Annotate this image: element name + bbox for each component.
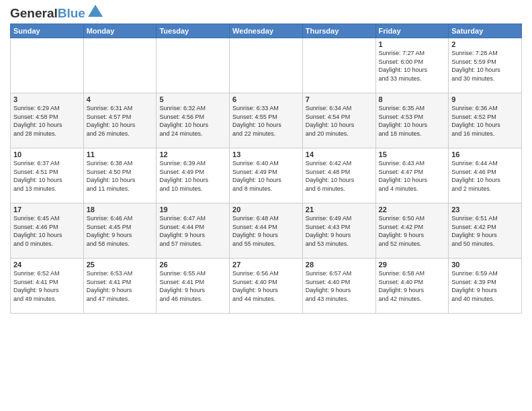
day-cell: 22Sunrise: 6:50 AM Sunset: 4:42 PM Dayli…	[375, 203, 449, 259]
day-cell: 8Sunrise: 6:35 AM Sunset: 4:53 PM Daylig…	[375, 93, 449, 148]
day-info: Sunrise: 6:47 AM Sunset: 4:44 PM Dayligh…	[159, 214, 226, 248]
day-info: Sunrise: 6:52 AM Sunset: 4:41 PM Dayligh…	[13, 269, 81, 303]
logo-icon	[88, 5, 103, 17]
day-number: 27	[232, 261, 300, 269]
day-info: Sunrise: 6:57 AM Sunset: 4:40 PM Dayligh…	[306, 269, 373, 303]
day-number: 14	[306, 150, 373, 158]
day-info: Sunrise: 6:38 AM Sunset: 4:50 PM Dayligh…	[87, 159, 154, 193]
day-number: 6	[232, 95, 300, 103]
day-number: 17	[13, 205, 81, 214]
day-cell: 25Sunrise: 6:53 AM Sunset: 4:41 PM Dayli…	[83, 259, 157, 314]
weekday-header-thursday: Thursday	[302, 24, 375, 38]
day-number: 3	[13, 95, 81, 103]
svg-marker-0	[88, 5, 103, 17]
day-cell: 20Sunrise: 6:48 AM Sunset: 4:44 PM Dayli…	[230, 203, 303, 259]
day-cell: 29Sunrise: 6:58 AM Sunset: 4:40 PM Dayli…	[375, 259, 449, 314]
day-number: 10	[13, 150, 81, 158]
day-cell: 30Sunrise: 6:59 AM Sunset: 4:39 PM Dayli…	[449, 259, 522, 314]
day-cell	[157, 38, 230, 93]
page: GeneralBlue SundayMondayTuesdayWednesday…	[0, 0, 532, 411]
day-cell: 23Sunrise: 6:51 AM Sunset: 4:42 PM Dayli…	[449, 203, 522, 259]
day-cell: 7Sunrise: 6:34 AM Sunset: 4:54 PM Daylig…	[302, 93, 375, 148]
day-number: 19	[159, 205, 226, 214]
day-cell: 6Sunrise: 6:33 AM Sunset: 4:55 PM Daylig…	[230, 93, 303, 148]
day-cell: 3Sunrise: 6:29 AM Sunset: 4:58 PM Daylig…	[11, 93, 84, 148]
day-number: 16	[451, 150, 519, 158]
day-cell: 11Sunrise: 6:38 AM Sunset: 4:50 PM Dayli…	[83, 148, 157, 203]
day-info: Sunrise: 6:34 AM Sunset: 4:54 PM Dayligh…	[306, 104, 373, 138]
week-row-4: 17Sunrise: 6:45 AM Sunset: 4:46 PM Dayli…	[11, 203, 522, 259]
day-cell	[11, 38, 84, 93]
day-cell: 14Sunrise: 6:42 AM Sunset: 4:48 PM Dayli…	[302, 148, 375, 203]
logo-general: General	[10, 6, 58, 20]
day-number: 12	[159, 150, 226, 158]
day-cell: 12Sunrise: 6:39 AM Sunset: 4:49 PM Dayli…	[157, 148, 230, 203]
day-info: Sunrise: 6:31 AM Sunset: 4:57 PM Dayligh…	[87, 104, 154, 138]
day-number: 5	[159, 95, 226, 103]
day-cell: 15Sunrise: 6:43 AM Sunset: 4:47 PM Dayli…	[375, 148, 449, 203]
day-number: 15	[379, 150, 446, 158]
week-row-3: 10Sunrise: 6:37 AM Sunset: 4:51 PM Dayli…	[11, 148, 522, 203]
day-cell	[302, 38, 375, 93]
day-cell: 17Sunrise: 6:45 AM Sunset: 4:46 PM Dayli…	[11, 203, 84, 259]
day-number: 25	[87, 261, 154, 269]
day-info: Sunrise: 6:33 AM Sunset: 4:55 PM Dayligh…	[232, 104, 300, 138]
day-info: Sunrise: 6:46 AM Sunset: 4:45 PM Dayligh…	[87, 214, 154, 248]
weekday-header-sunday: Sunday	[11, 24, 84, 38]
weekday-header-wednesday: Wednesday	[230, 24, 303, 38]
day-number: 11	[87, 150, 154, 158]
day-cell: 24Sunrise: 6:52 AM Sunset: 4:41 PM Dayli…	[11, 259, 84, 314]
day-number: 24	[13, 261, 81, 269]
day-cell: 5Sunrise: 6:32 AM Sunset: 4:56 PM Daylig…	[157, 93, 230, 148]
day-cell: 16Sunrise: 6:44 AM Sunset: 4:46 PM Dayli…	[449, 148, 522, 203]
day-cell: 4Sunrise: 6:31 AM Sunset: 4:57 PM Daylig…	[83, 93, 157, 148]
day-info: Sunrise: 6:51 AM Sunset: 4:42 PM Dayligh…	[451, 214, 519, 248]
day-number: 20	[232, 205, 300, 214]
day-number: 9	[451, 95, 519, 103]
day-info: Sunrise: 7:27 AM Sunset: 6:00 PM Dayligh…	[379, 49, 446, 83]
day-info: Sunrise: 6:43 AM Sunset: 4:47 PM Dayligh…	[379, 159, 446, 193]
day-number: 28	[306, 261, 373, 269]
week-row-5: 24Sunrise: 6:52 AM Sunset: 4:41 PM Dayli…	[11, 259, 522, 314]
logo-blue: Blue	[58, 6, 85, 20]
weekday-header-friday: Friday	[375, 24, 449, 38]
day-number: 30	[451, 261, 519, 269]
day-cell: 19Sunrise: 6:47 AM Sunset: 4:44 PM Dayli…	[157, 203, 230, 259]
day-cell: 21Sunrise: 6:49 AM Sunset: 4:43 PM Dayli…	[302, 203, 375, 259]
header: GeneralBlue	[10, 7, 522, 19]
day-number: 8	[379, 95, 446, 103]
day-info: Sunrise: 6:45 AM Sunset: 4:46 PM Dayligh…	[13, 214, 81, 248]
logo: GeneralBlue	[10, 7, 103, 19]
day-cell: 1Sunrise: 7:27 AM Sunset: 6:00 PM Daylig…	[375, 38, 449, 93]
day-info: Sunrise: 6:49 AM Sunset: 4:43 PM Dayligh…	[306, 214, 373, 248]
day-cell: 9Sunrise: 6:36 AM Sunset: 4:52 PM Daylig…	[449, 93, 522, 148]
day-info: Sunrise: 6:48 AM Sunset: 4:44 PM Dayligh…	[232, 214, 300, 248]
day-info: Sunrise: 6:44 AM Sunset: 4:46 PM Dayligh…	[451, 159, 519, 193]
day-info: Sunrise: 6:36 AM Sunset: 4:52 PM Dayligh…	[451, 104, 519, 138]
day-cell: 18Sunrise: 6:46 AM Sunset: 4:45 PM Dayli…	[83, 203, 157, 259]
day-info: Sunrise: 6:37 AM Sunset: 4:51 PM Dayligh…	[13, 159, 81, 193]
day-cell: 10Sunrise: 6:37 AM Sunset: 4:51 PM Dayli…	[11, 148, 84, 203]
weekday-header-tuesday: Tuesday	[157, 24, 230, 38]
day-info: Sunrise: 6:42 AM Sunset: 4:48 PM Dayligh…	[306, 159, 373, 193]
day-cell	[230, 38, 303, 93]
day-number: 1	[379, 40, 446, 48]
day-number: 21	[306, 205, 373, 214]
day-info: Sunrise: 6:39 AM Sunset: 4:49 PM Dayligh…	[159, 159, 226, 193]
day-info: Sunrise: 6:35 AM Sunset: 4:53 PM Dayligh…	[379, 104, 446, 138]
day-number: 18	[87, 205, 154, 214]
week-row-2: 3Sunrise: 6:29 AM Sunset: 4:58 PM Daylig…	[11, 93, 522, 148]
day-info: Sunrise: 6:53 AM Sunset: 4:41 PM Dayligh…	[87, 269, 154, 303]
day-number: 2	[451, 40, 519, 48]
day-info: Sunrise: 7:28 AM Sunset: 5:59 PM Dayligh…	[451, 49, 519, 83]
day-number: 26	[159, 261, 226, 269]
day-cell: 28Sunrise: 6:57 AM Sunset: 4:40 PM Dayli…	[302, 259, 375, 314]
day-number: 22	[379, 205, 446, 214]
weekday-header-monday: Monday	[83, 24, 157, 38]
day-cell: 13Sunrise: 6:40 AM Sunset: 4:49 PM Dayli…	[230, 148, 303, 203]
day-info: Sunrise: 6:56 AM Sunset: 4:40 PM Dayligh…	[232, 269, 300, 303]
day-cell: 26Sunrise: 6:55 AM Sunset: 4:41 PM Dayli…	[157, 259, 230, 314]
day-cell: 27Sunrise: 6:56 AM Sunset: 4:40 PM Dayli…	[230, 259, 303, 314]
day-info: Sunrise: 6:55 AM Sunset: 4:41 PM Dayligh…	[159, 269, 226, 303]
day-number: 23	[451, 205, 519, 214]
